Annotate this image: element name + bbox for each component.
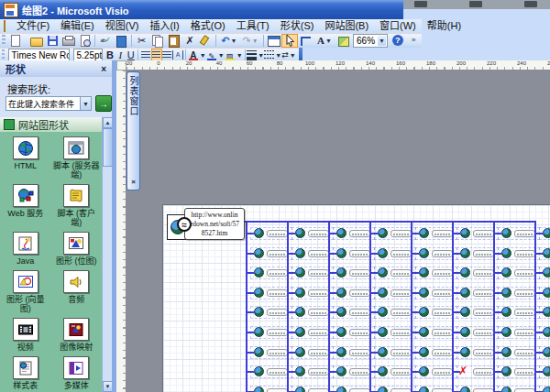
stencil-item-10[interactable]: 样式表 (0, 356, 51, 390)
site-node[interactable] (251, 307, 292, 318)
site-node[interactable] (416, 288, 456, 299)
search-input[interactable] (6, 96, 81, 111)
menu-item-0[interactable]: 文件(F) (11, 19, 55, 33)
site-node[interactable] (251, 228, 292, 239)
site-node[interactable] (334, 366, 374, 377)
text-tool-button[interactable]: A▼ (314, 34, 335, 48)
print-preview-button[interactable] (77, 34, 93, 48)
site-node[interactable] (292, 307, 333, 318)
site-node[interactable] (292, 288, 333, 299)
site-node[interactable] (292, 267, 333, 278)
stencil-item-4[interactable]: Java (0, 232, 51, 266)
stencil-item-2[interactable]: Web 服务 (0, 184, 51, 227)
search-go-button[interactable]: → (95, 95, 112, 112)
stencil-item-11[interactable]: 多媒体 (51, 356, 103, 390)
site-node[interactable] (457, 307, 498, 318)
toolbar-grip[interactable] (2, 35, 6, 46)
list-window-tab[interactable]: 列表窗口 × (126, 71, 140, 191)
menu-item-1[interactable]: 编辑(E) (55, 19, 100, 33)
site-node[interactable] (457, 327, 498, 338)
stencil-item-1[interactable]: 脚本 (服务器端) (51, 136, 103, 180)
site-node[interactable] (375, 307, 415, 318)
site-node-broken-link[interactable]: ✗ (457, 366, 498, 377)
site-node[interactable] (457, 248, 498, 259)
site-node[interactable] (540, 307, 550, 318)
format-painter-button[interactable] (198, 34, 214, 48)
site-node[interactable] (292, 327, 333, 338)
menu-item-6[interactable]: 形状(S) (275, 19, 320, 33)
site-node[interactable] (251, 248, 292, 259)
site-node[interactable] (334, 327, 374, 338)
menu-item-5[interactable]: 工具(T) (231, 19, 275, 33)
site-node[interactable] (416, 267, 456, 278)
site-node[interactable] (457, 387, 498, 392)
site-node[interactable] (375, 288, 415, 299)
url-callout[interactable]: http://www.onlin edown.net/soft/57 8527.… (184, 208, 245, 240)
site-node[interactable] (499, 288, 539, 299)
menu-item-8[interactable]: 窗口(W) (374, 19, 422, 33)
site-node[interactable] (334, 267, 374, 278)
help-button[interactable]: ? (390, 34, 405, 48)
site-node[interactable] (292, 347, 333, 358)
cut-button[interactable]: ✂ (134, 34, 149, 48)
site-node[interactable] (499, 307, 539, 318)
site-node[interactable] (334, 387, 374, 392)
site-node[interactable] (499, 387, 539, 392)
site-node[interactable] (499, 228, 539, 239)
paste-button[interactable] (166, 34, 182, 48)
connector-tool-button[interactable] (298, 34, 314, 48)
site-node[interactable] (499, 248, 539, 259)
site-node[interactable] (334, 228, 374, 239)
zoom-combo[interactable]: 66%▼ (353, 34, 388, 48)
site-node[interactable] (540, 347, 550, 358)
stencil-item-0[interactable]: HTML (0, 136, 51, 180)
menu-item-4[interactable]: 格式(O) (185, 19, 231, 33)
site-node[interactable] (416, 366, 456, 377)
site-node[interactable] (540, 387, 550, 392)
site-node[interactable] (375, 347, 415, 358)
menu-item-3[interactable]: 插入(I) (144, 19, 184, 33)
site-node[interactable] (375, 366, 415, 377)
site-node[interactable] (251, 327, 292, 338)
close-icon[interactable]: × (101, 64, 106, 74)
site-node[interactable] (416, 387, 456, 392)
site-node[interactable] (416, 248, 456, 259)
site-node[interactable] (540, 248, 550, 259)
stencil-item-6[interactable]: 图形 (向量图) (0, 270, 51, 313)
theme-button[interactable] (336, 34, 351, 48)
close-icon[interactable]: × (131, 178, 136, 186)
menu-item-9[interactable]: 帮助(H) (422, 19, 467, 33)
stencil-item-9[interactable]: 图像映射 (51, 318, 103, 352)
site-node[interactable] (416, 347, 456, 358)
site-node[interactable] (375, 267, 415, 278)
site-node[interactable] (292, 248, 333, 259)
menu-item-7[interactable]: 网站图(B) (319, 19, 374, 33)
stencil-item-8[interactable]: 视频 (0, 318, 51, 352)
stencil-item-5[interactable]: 图形 (位图) (51, 232, 103, 266)
site-node[interactable] (375, 327, 415, 338)
site-node[interactable] (334, 307, 374, 318)
site-node[interactable] (292, 387, 333, 392)
chevron-down-icon[interactable]: ▼ (102, 50, 103, 60)
site-node[interactable] (499, 366, 539, 377)
spelling-button[interactable]: ab✓ (97, 34, 113, 48)
site-node[interactable] (540, 366, 550, 377)
site-node[interactable] (416, 307, 456, 318)
site-node[interactable] (251, 267, 292, 278)
site-node[interactable] (499, 347, 539, 358)
site-node[interactable] (457, 288, 498, 299)
menu-item-2[interactable]: 视图(V) (100, 19, 145, 33)
site-node[interactable] (457, 347, 498, 358)
site-node[interactable] (375, 387, 415, 392)
site-node[interactable] (499, 327, 539, 338)
toolbar-options-button[interactable]: » (406, 34, 422, 48)
site-node[interactable] (416, 327, 456, 338)
drawing-canvas[interactable]: ✗ ≈ http://www.onlin edown.net/soft/57 8… (126, 71, 550, 392)
site-node[interactable] (251, 366, 292, 377)
copy-button[interactable] (149, 34, 165, 48)
chevron-down-icon[interactable]: ▼ (378, 36, 386, 46)
site-node[interactable] (334, 288, 374, 299)
expand-collapse-badge[interactable]: ≈ (177, 217, 192, 232)
pointer-tool-button[interactable] (281, 34, 298, 48)
open-button[interactable] (28, 34, 44, 48)
